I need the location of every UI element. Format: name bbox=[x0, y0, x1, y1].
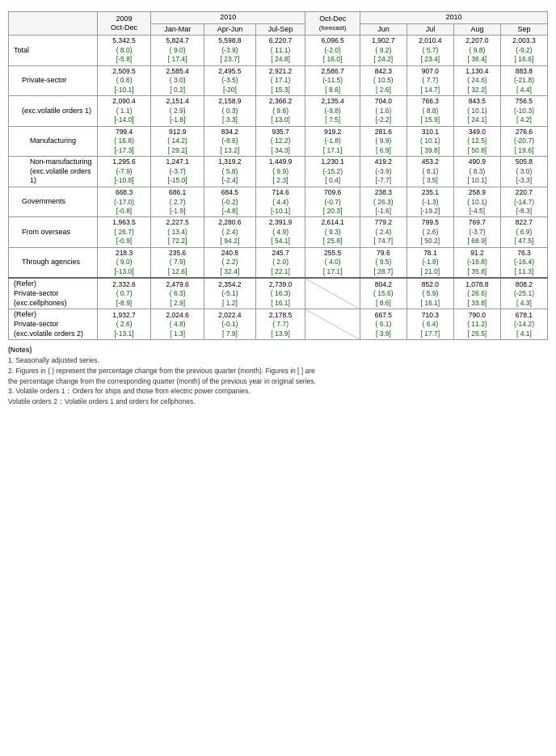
cell-value: 2,090.4( 1.1)[-14.0] bbox=[98, 96, 151, 126]
cell-value: 453.2( 8.1)[ 3.5] bbox=[406, 157, 453, 187]
cell-value bbox=[305, 309, 360, 340]
cell-value: 245.7( 2.0)[ 22.1] bbox=[255, 247, 305, 278]
table-row: Through agencies218.3( 9.0)[-13.0]235.6(… bbox=[9, 247, 548, 278]
cell-value: 1,230.1(-15.2)[ 0.4] bbox=[305, 157, 360, 187]
cell-value: 935.7( 12.2)[ 34.3] bbox=[255, 126, 305, 156]
main-table: 2009Oct-Dec2010Oct-Dec(forecast)2010Jan-… bbox=[8, 11, 548, 340]
cell-value: 667.5( 6.1)[ 3.9] bbox=[360, 309, 406, 340]
table-row: Private-sector2,509.5( 0.6)[-10.1]2,585.… bbox=[9, 65, 548, 95]
cell-value: 505.8( 3.0)[-3.3] bbox=[500, 157, 547, 187]
cell-value: 756.5(-10.3)[ 4.2] bbox=[500, 96, 547, 126]
cell-value: 714.6( 4.4)[-10.1] bbox=[255, 187, 305, 217]
cell-value: 276.6(-20.7)[ 19.6] bbox=[500, 126, 547, 156]
cell-value: 220.7(-14.7)[-8.3] bbox=[500, 187, 547, 217]
cell-value: 766.3( 8.8)[ 15.9] bbox=[406, 96, 453, 126]
cell-value: 1,932.7( 2.6)[-13.1] bbox=[98, 309, 151, 340]
col-header-2009: 2009Oct-Dec bbox=[98, 12, 151, 36]
cell-value: 799.4( 16.8)[-17.3] bbox=[98, 126, 151, 156]
cell-value: 419.2(-3.9)[-7.7] bbox=[360, 157, 406, 187]
table-row: From overseas1,963.5( 26.7)[-0.9]2,227.5… bbox=[9, 217, 548, 247]
note-line: 2. Figures in ( ) represent the percenta… bbox=[8, 366, 548, 376]
cell-value: 310.1( 10.1)[ 39.8] bbox=[406, 126, 453, 156]
cell-value: 709.6(-0.7)[ 20.3] bbox=[305, 187, 360, 217]
cell-value: 2,022.4(-0.1)[ 7.9] bbox=[204, 309, 255, 340]
cell-value: 2,010.4( 5.7)[ 23.4] bbox=[406, 36, 453, 65]
row-label: Governments bbox=[9, 187, 98, 217]
cell-value: 258.9( 10.1)[-4.5] bbox=[453, 187, 500, 217]
cell-value: 678.1(-14.2)[ 4.1] bbox=[500, 309, 547, 340]
cell-value: 834.2(-8.6)[ 13.2] bbox=[204, 126, 255, 156]
cell-value: 5,342.5( 8.0)[-5.8] bbox=[98, 36, 151, 65]
cell-value: 668.3(-17.0)[-0.8] bbox=[98, 187, 151, 217]
row-label: Manufacturing bbox=[9, 126, 98, 156]
col-header-2010-monthly: 2010 bbox=[360, 12, 547, 24]
cell-value: 2,495.5(-3.5)[-20] bbox=[204, 65, 255, 95]
col-header-aug: Aug bbox=[453, 23, 500, 36]
col-header-2010-label: 2010 bbox=[151, 12, 305, 24]
col-header-forecast: Oct-Dec(forecast) bbox=[305, 12, 360, 36]
cell-value: 2,227.5( 13.4)[ 72.2] bbox=[151, 217, 204, 247]
cell-value: 2,479.6( 6.3)[ 2.9] bbox=[151, 278, 204, 309]
cell-value: 1,130.4( 24.6)[ 32.2] bbox=[453, 65, 500, 95]
table-row: (Refer)Private-sector(exc.volatile order… bbox=[9, 309, 548, 340]
cell-value: 1,247.1(-3.7)[-15.0] bbox=[151, 157, 204, 187]
table-row: Manufacturing799.4( 16.8)[-17.3]912.9( 1… bbox=[9, 126, 548, 156]
note-line: 3. Volatile orders 1：Orders for ships an… bbox=[8, 386, 548, 397]
cell-value: 78.1(-1.8)[ 21.0] bbox=[406, 247, 453, 278]
table-row: (Refer)Private-sector(exc.cellphones)2,3… bbox=[9, 278, 548, 309]
cell-value: 808.2(-25.1)[ 4.3] bbox=[500, 278, 547, 309]
cell-value: 255.5( 4.0)[ 17.1] bbox=[305, 247, 360, 278]
svg-line-0 bbox=[305, 279, 359, 309]
cell-value: 1,963.5( 26.7)[-0.9] bbox=[98, 217, 151, 247]
cell-value: 238.3( 26.3)[-1.6] bbox=[360, 187, 406, 217]
cell-value: 804.2( 15.6)[ 8.6] bbox=[360, 278, 406, 309]
cell-value: 2,921.2( 17.1)[ 15.3] bbox=[255, 65, 305, 95]
cell-value: 490.9( 8.3)[ 10.1] bbox=[453, 157, 500, 187]
row-label: Total bbox=[9, 36, 98, 65]
row-label: From overseas bbox=[9, 217, 98, 247]
col-header-jun: Jun bbox=[360, 23, 406, 36]
note-line: 1. Seasonally adjusted series. bbox=[8, 355, 548, 366]
cell-value: 235.6( 7.9)[ 12.6] bbox=[151, 247, 204, 278]
cell-value: 218.3( 9.0)[-13.0] bbox=[98, 247, 151, 278]
cell-value: 883.8(-21.8)[ 4.4] bbox=[500, 65, 547, 95]
cell-value: 843.5( 10.1)[ 24.1] bbox=[453, 96, 500, 126]
note-line: (Notes) bbox=[8, 345, 548, 355]
cell-value: 907.0( 7.7)[ 14.7] bbox=[406, 65, 453, 95]
cell-value: 2,135.4(-9.8)[ 7.5] bbox=[305, 96, 360, 126]
notes-section: (Notes)1. Seasonally adjusted series.2. … bbox=[8, 345, 548, 407]
col-header-label bbox=[9, 12, 98, 36]
row-label: (Refer)Private-sector(exc.cellphones) bbox=[9, 278, 98, 309]
cell-value: 1,078.8( 26.6)[ 33.8] bbox=[453, 278, 500, 309]
cell-value: 2,332.6( 0.7)[-8.9] bbox=[98, 278, 151, 309]
note-line: Volatile orders 2：Volatile orders 1 and … bbox=[8, 397, 548, 407]
cell-value: 1,449.9( 9.9)[ 2.3] bbox=[255, 157, 305, 187]
col-header-jul: Jul bbox=[406, 23, 453, 36]
cell-value: 5,824.7( 9.0)[ 17.4] bbox=[151, 36, 204, 65]
row-label: Private-sector bbox=[9, 65, 98, 95]
row-label: Non-manufacturing(exc.volatile orders 1) bbox=[9, 157, 98, 187]
cell-value: 799.5( 2.6)[ 50.2] bbox=[406, 217, 453, 247]
cell-value: 2,178.5( 7.7)[ 13.9] bbox=[255, 309, 305, 340]
svg-line-1 bbox=[305, 309, 359, 339]
col-header-sep: Sep bbox=[500, 23, 547, 36]
col-header-AprJun: Apr-Jun bbox=[204, 23, 255, 36]
cell-value: 240.8( 2.2)[ 32.4] bbox=[204, 247, 255, 278]
col-header-JanMar: Jan-Mar bbox=[151, 23, 204, 36]
cell-value: 1,295.6(-7.9)[-10.8] bbox=[98, 157, 151, 187]
cell-value: 6,096.5(-2.0)[ 16.0] bbox=[305, 36, 360, 65]
cell-value: 769.7(-3.7)[ 68.9] bbox=[453, 217, 500, 247]
col-header-JulSep: Jul-Sep bbox=[255, 23, 305, 36]
cell-value: 2,280.6( 2.4)[ 94.2] bbox=[204, 217, 255, 247]
cell-value: 2,207.0( 9.8)[ 38.4] bbox=[453, 36, 500, 65]
cell-value: 79.6( 9.5)[ 28.7] bbox=[360, 247, 406, 278]
cell-value: 704.0( 1.6)[-2.2] bbox=[360, 96, 406, 126]
cell-value: 852.0( 5.9)[ 16.1] bbox=[406, 278, 453, 309]
row-label: (Refer)Private-sector(exc.volatile order… bbox=[9, 309, 98, 340]
cell-value: 790.0( 11.2)[ 25.5] bbox=[453, 309, 500, 340]
cell-value: 2,586.7(-11.5)[ 8.6] bbox=[305, 65, 360, 95]
row-label: (exc.volatile orders 1) bbox=[9, 96, 98, 126]
cell-value: 2,003.3(-9.2)[ 16.6] bbox=[500, 36, 547, 65]
note-line: the percentage change from the correspon… bbox=[8, 376, 548, 387]
cell-value: 1,902.7( 9.2)[ 24.2] bbox=[360, 36, 406, 65]
